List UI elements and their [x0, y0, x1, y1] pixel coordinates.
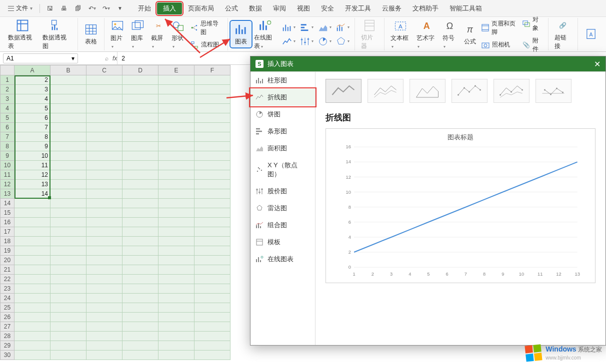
cell[interactable] — [14, 275, 50, 284]
chart-button[interactable]: 图表 — [231, 21, 251, 47]
column-chart-dropdown[interactable]: ▾ — [280, 21, 298, 34]
cell[interactable] — [158, 313, 194, 322]
cell[interactable] — [194, 322, 230, 332]
col-header[interactable]: D — [122, 65, 158, 75]
header-footer-button[interactable]: 页眉和页脚 — [480, 18, 521, 38]
area-chart-dropdown[interactable]: ▾ — [316, 21, 334, 34]
cell[interactable] — [194, 227, 230, 237]
cell[interactable] — [158, 113, 194, 123]
cell[interactable] — [194, 94, 230, 104]
shapes-button[interactable]: 形状▾ — [168, 18, 189, 50]
cell[interactable] — [50, 313, 86, 322]
row-header[interactable]: 4 — [0, 104, 14, 113]
symbol-button[interactable]: Ω 符号▾ — [440, 18, 460, 50]
cell[interactable] — [158, 303, 194, 313]
cell[interactable] — [122, 218, 158, 227]
cell[interactable]: 2 — [14, 75, 50, 85]
row-header[interactable]: 15 — [0, 208, 14, 218]
cell[interactable] — [14, 322, 50, 332]
cell[interactable] — [50, 237, 86, 246]
row-header[interactable]: 2 — [0, 85, 14, 94]
cell[interactable] — [86, 246, 122, 256]
combo-chart-dropdown[interactable]: ▾ — [334, 21, 352, 34]
cell[interactable] — [50, 132, 86, 142]
cell[interactable] — [194, 313, 230, 322]
cell[interactable]: 12 — [14, 170, 50, 180]
cell[interactable] — [122, 237, 158, 246]
cell[interactable] — [122, 341, 158, 351]
cell[interactable] — [122, 294, 158, 303]
row-header[interactable]: 1 — [0, 75, 14, 85]
spreadsheet-grid[interactable]: ABCDEF1223344556677889910101111121213131… — [0, 65, 230, 360]
cell[interactable] — [50, 75, 86, 85]
cell[interactable] — [50, 265, 86, 275]
cell[interactable] — [122, 246, 158, 256]
cell[interactable] — [158, 104, 194, 113]
online-chart-button[interactable]: 在线图表▾ — [251, 17, 280, 51]
cell[interactable] — [14, 265, 50, 275]
cell[interactable] — [194, 237, 230, 246]
cell[interactable] — [122, 189, 158, 199]
chart-category-column[interactable]: 柱形图 — [250, 72, 315, 89]
cell[interactable] — [50, 142, 86, 151]
cell[interactable] — [86, 189, 122, 199]
row-header[interactable]: 16 — [0, 218, 14, 227]
ribbon-tab-7[interactable]: 安全 — [316, 2, 339, 15]
ribbon-tab-9[interactable]: 云服务 — [377, 2, 406, 15]
cell[interactable] — [86, 256, 122, 265]
ribbon-tab-1[interactable]: 插入 — [157, 2, 182, 14]
row-header[interactable]: 29 — [0, 341, 14, 351]
cell[interactable] — [122, 151, 158, 161]
cell[interactable] — [158, 142, 194, 151]
cell[interactable] — [158, 284, 194, 294]
cell[interactable] — [50, 341, 86, 351]
cell[interactable] — [86, 322, 122, 332]
cell[interactable]: 10 — [14, 151, 50, 161]
cell[interactable] — [194, 341, 230, 351]
cell[interactable] — [122, 303, 158, 313]
cell[interactable] — [50, 218, 86, 227]
equation-button[interactable]: π 公式 — [460, 21, 480, 47]
cell[interactable] — [122, 94, 158, 104]
cell[interactable] — [122, 332, 158, 341]
ribbon-tab-4[interactable]: 数据 — [244, 2, 267, 15]
cell[interactable]: 13 — [14, 180, 50, 189]
col-header[interactable]: A — [14, 65, 50, 75]
ribbon-tab-8[interactable]: 开发工具 — [340, 2, 376, 15]
cell[interactable] — [158, 237, 194, 246]
cell[interactable] — [158, 227, 194, 237]
cell[interactable] — [14, 351, 50, 360]
cell[interactable] — [86, 303, 122, 313]
chart-category-combo[interactable]: 组合图 — [250, 217, 315, 234]
cell[interactable] — [122, 284, 158, 294]
cell[interactable] — [86, 132, 122, 142]
cell[interactable] — [86, 180, 122, 189]
cell[interactable] — [86, 85, 122, 94]
cell[interactable] — [122, 275, 158, 284]
cell[interactable] — [158, 246, 194, 256]
row-header[interactable]: 23 — [0, 284, 14, 294]
cell[interactable] — [86, 332, 122, 341]
cell[interactable] — [158, 275, 194, 284]
cell[interactable] — [158, 85, 194, 94]
cell[interactable] — [14, 341, 50, 351]
cell[interactable]: 3 — [14, 85, 50, 94]
chart-category-stock[interactable]: 股价图 — [250, 183, 315, 200]
cell[interactable] — [14, 208, 50, 218]
cell[interactable] — [194, 303, 230, 313]
row-header[interactable]: 25 — [0, 303, 14, 313]
cell[interactable] — [122, 123, 158, 132]
gallery-button[interactable]: 图库▾ — [128, 18, 148, 50]
row-header[interactable]: 11 — [0, 170, 14, 180]
cell[interactable] — [158, 218, 194, 227]
chart-preview-card[interactable]: 图表标题 024681012141612345678910111213 — [326, 128, 596, 283]
cell[interactable] — [50, 104, 86, 113]
chart-category-online[interactable]: 在线图表 — [250, 251, 315, 268]
row-header[interactable]: 10 — [0, 161, 14, 170]
cell[interactable] — [122, 313, 158, 322]
chart-category-area[interactable]: 面积图 — [250, 140, 315, 157]
cell[interactable] — [122, 161, 158, 170]
cell[interactable] — [14, 332, 50, 341]
slicer-button[interactable]: 切片器 — [358, 17, 381, 51]
cell[interactable] — [14, 199, 50, 208]
